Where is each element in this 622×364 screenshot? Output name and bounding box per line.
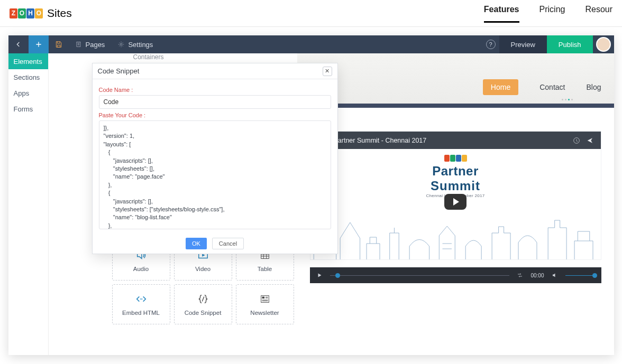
sidebar-item-forms[interactable]: Forms bbox=[8, 101, 48, 117]
logo-wordmark: Sites bbox=[47, 7, 72, 20]
card-label: Newsletter bbox=[250, 310, 279, 316]
save-button[interactable] bbox=[49, 35, 69, 53]
preview-canvas: Home Contact Blog Zoho Partner Summit - … bbox=[297, 53, 614, 355]
sidebar-item-sections[interactable]: Sections bbox=[8, 69, 48, 85]
sidebar-label-elements: Elements bbox=[14, 58, 42, 66]
ok-button[interactable]: OK bbox=[186, 238, 207, 249]
sidebar-item-elements[interactable]: Elements bbox=[8, 53, 48, 69]
embed-icon bbox=[135, 293, 147, 305]
volume-icon[interactable] bbox=[552, 272, 558, 278]
builder-body: Elements Sections Apps Forms Containers … bbox=[8, 53, 614, 355]
preview-nav-blog[interactable]: Blog bbox=[586, 83, 601, 91]
site-logo: Z O H O Sites bbox=[10, 7, 72, 20]
code-snippet-modal: Code Snippet ✕ Code Name : Paste Your Co… bbox=[92, 63, 338, 254]
paste-code-label: Paste Your Code : bbox=[99, 112, 331, 118]
skyline-illustration bbox=[310, 196, 601, 259]
settings-link[interactable]: Settings bbox=[111, 35, 159, 53]
partner-text: Partner bbox=[310, 164, 601, 179]
preview-button[interactable]: Preview bbox=[499, 35, 547, 53]
preview-nav: Home Contact Blog bbox=[483, 79, 601, 95]
modal-footer: OK Cancel bbox=[93, 235, 337, 254]
svg-point-1 bbox=[121, 43, 123, 45]
add-button[interactable] bbox=[29, 35, 49, 53]
sidebar-item-apps[interactable]: Apps bbox=[8, 85, 48, 101]
logo-tile-h: H bbox=[26, 8, 34, 18]
card-label: Video bbox=[195, 266, 211, 272]
svg-rect-7 bbox=[262, 296, 264, 298]
card-label: Table bbox=[258, 266, 272, 272]
publish-label: Publish bbox=[559, 41, 581, 49]
card-label: Code Snippet bbox=[185, 310, 222, 316]
share-icon[interactable] bbox=[586, 136, 594, 145]
pages-label: Pages bbox=[86, 41, 105, 49]
help-icon: ? bbox=[486, 40, 496, 49]
avatar[interactable] bbox=[596, 37, 611, 52]
player-time: 00:00 bbox=[530, 273, 544, 278]
help-button[interactable]: ? bbox=[482, 40, 499, 49]
nav-features[interactable]: Features bbox=[484, 5, 519, 22]
svg-rect-0 bbox=[76, 42, 80, 46]
video-title-bar: Zoho Partner Summit - Chennai 2017 bbox=[310, 132, 601, 149]
card-code-snippet[interactable]: Code Snippet bbox=[174, 284, 232, 324]
sidebar-label-apps: Apps bbox=[14, 89, 30, 97]
sidebar-label-forms: Forms bbox=[14, 105, 33, 113]
summit-text: Summit bbox=[310, 179, 601, 193]
site-nav: Features Pricing Resour bbox=[484, 5, 612, 22]
site-header: Z O H O Sites Features Pricing Resour bbox=[0, 0, 622, 27]
svg-point-5 bbox=[141, 298, 142, 300]
carousel-dots[interactable] bbox=[562, 99, 573, 100]
audio-player[interactable]: 00:00 bbox=[310, 267, 601, 283]
code-textarea[interactable]: ]}, "version": 1, "layouts": [ { "javasc… bbox=[99, 120, 331, 229]
modal-title: Code Snippet bbox=[98, 67, 140, 75]
code-name-input[interactable] bbox=[99, 95, 331, 109]
code-name-label: Code Name : bbox=[99, 87, 331, 93]
preview-header: Home Contact Blog bbox=[297, 53, 614, 104]
elements-group-header: Containers bbox=[133, 53, 164, 61]
preview-label: Preview bbox=[511, 41, 535, 49]
close-icon: ✕ bbox=[325, 68, 330, 74]
modal-close-button[interactable]: ✕ bbox=[323, 67, 332, 76]
logo-tiles: Z O H O bbox=[10, 8, 43, 18]
preview-nav-home[interactable]: Home bbox=[483, 79, 518, 95]
builder-shell: Pages Settings ? Preview Publish Element… bbox=[8, 35, 614, 355]
modal-header: Code Snippet ✕ bbox=[93, 63, 337, 79]
newsletter-icon bbox=[259, 293, 271, 305]
partner-summit-logo: Partner Summit Chennai | 9-13 October 20… bbox=[310, 154, 601, 198]
card-newsletter[interactable]: Newsletter bbox=[236, 284, 294, 324]
elements-column: Containers Code Snippet ✕ Code Name : Pa… bbox=[49, 53, 297, 355]
logo-tile-z: Z bbox=[10, 8, 17, 18]
watch-later-icon[interactable] bbox=[572, 136, 581, 145]
nav-pricing[interactable]: Pricing bbox=[539, 5, 565, 22]
content-area: Containers Code Snippet ✕ Code Name : Pa… bbox=[49, 53, 614, 355]
preview-strip bbox=[297, 104, 614, 108]
logo-tile-o1: O bbox=[18, 8, 26, 18]
settings-label: Settings bbox=[128, 41, 153, 49]
volume-slider[interactable] bbox=[565, 275, 595, 276]
seek-slider[interactable] bbox=[330, 275, 510, 276]
card-label: Embed HTML bbox=[122, 310, 160, 316]
pages-link[interactable]: Pages bbox=[69, 35, 112, 53]
card-label: Audio bbox=[133, 266, 149, 272]
publish-button[interactable]: Publish bbox=[547, 35, 593, 53]
video-tile[interactable]: Zoho Partner Summit - Chennai 2017 bbox=[310, 131, 601, 260]
builder-toolbar: Pages Settings ? Preview Publish bbox=[8, 35, 614, 53]
sidebar: Elements Sections Apps Forms bbox=[8, 53, 49, 355]
card-embed-html[interactable]: Embed HTML bbox=[112, 284, 170, 324]
svg-point-4 bbox=[140, 298, 141, 300]
back-button[interactable] bbox=[8, 35, 29, 53]
preview-nav-contact[interactable]: Contact bbox=[539, 83, 565, 91]
nav-resources[interactable]: Resour bbox=[585, 5, 612, 22]
cancel-button[interactable]: Cancel bbox=[212, 238, 244, 249]
logo-tile-o2: O bbox=[35, 8, 43, 18]
play-icon[interactable] bbox=[316, 272, 323, 278]
sidebar-label-sections: Sections bbox=[14, 73, 40, 81]
repeat-icon[interactable] bbox=[517, 272, 523, 278]
code-icon bbox=[197, 293, 209, 305]
